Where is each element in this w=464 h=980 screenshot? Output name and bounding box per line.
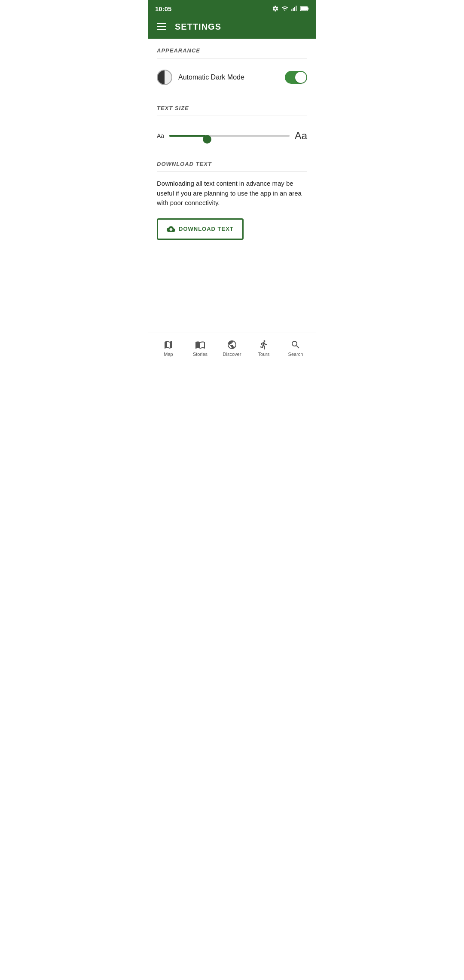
settings-status-icon (272, 5, 279, 12)
dark-mode-row: Automatic Dark Mode (157, 65, 307, 89)
tours-icon (259, 340, 269, 350)
nav-label-stories: Stories (193, 352, 208, 357)
dark-mode-icon (157, 70, 172, 85)
text-size-large-label: Aa (295, 130, 307, 142)
nav-label-tours: Tours (258, 352, 270, 357)
hamburger-line-2 (157, 26, 166, 27)
map-icon (163, 340, 174, 350)
status-bar: 10:05 (148, 0, 316, 17)
text-size-divider (157, 116, 307, 116)
download-text-button-label: DOWNLOAD TEXT (179, 226, 234, 232)
download-text-section-header: DOWNLOAD TEXT (157, 161, 307, 167)
download-text-divider (157, 172, 307, 172)
text-size-section-header: TEXT SIZE (157, 105, 307, 111)
signal-status-icon (291, 5, 298, 12)
page-title: SETTINGS (175, 22, 221, 32)
stories-icon (195, 340, 205, 350)
svg-rect-2 (294, 7, 295, 11)
svg-rect-0 (291, 9, 292, 11)
text-size-small-label: Aa (157, 132, 164, 139)
svg-rect-5 (301, 7, 307, 10)
status-icons (272, 5, 309, 12)
appearance-divider (157, 58, 307, 58)
svg-rect-6 (308, 8, 309, 10)
download-cloud-icon (167, 225, 175, 233)
download-description: Downloading all text content in advance … (157, 179, 307, 208)
svg-rect-3 (296, 6, 296, 11)
nav-item-map[interactable]: Map (153, 336, 184, 360)
dark-mode-toggle[interactable] (285, 71, 307, 84)
appearance-section-header: APPEARANCE (157, 47, 307, 54)
nav-label-discover: Discover (223, 352, 241, 357)
discover-icon (227, 340, 237, 350)
hamburger-line-1 (157, 23, 166, 24)
appearance-section: APPEARANCE Automatic Dark Mode (148, 39, 316, 89)
search-icon (290, 340, 301, 350)
battery-status-icon (300, 5, 309, 12)
status-time: 10:05 (155, 5, 171, 12)
hamburger-line-3 (157, 29, 166, 30)
header: SETTINGS (148, 17, 316, 39)
toggle-knob (295, 72, 306, 83)
nav-item-stories[interactable]: Stories (184, 336, 216, 360)
nav-item-search[interactable]: Search (280, 336, 311, 360)
hamburger-button[interactable] (155, 21, 168, 32)
bottom-nav: Map Stories Discover Tours (148, 333, 316, 363)
nav-label-search: Search (288, 352, 303, 357)
wifi-status-icon (281, 5, 288, 12)
nav-item-tours[interactable]: Tours (248, 336, 280, 360)
text-size-row: Aa Aa (157, 123, 307, 149)
download-text-section: DOWNLOAD TEXT Downloading all text conte… (148, 152, 316, 248)
dark-mode-label: Automatic Dark Mode (178, 74, 279, 81)
text-size-slider[interactable] (169, 135, 290, 137)
nav-item-discover[interactable]: Discover (216, 336, 248, 360)
text-size-section: TEXT SIZE Aa Aa (148, 96, 316, 149)
svg-rect-1 (293, 8, 294, 11)
text-size-slider-container (169, 132, 290, 140)
nav-label-map: Map (164, 352, 173, 357)
download-text-button[interactable]: DOWNLOAD TEXT (157, 218, 244, 240)
settings-content: APPEARANCE Automatic Dark Mode TEXT SIZE… (148, 39, 316, 333)
